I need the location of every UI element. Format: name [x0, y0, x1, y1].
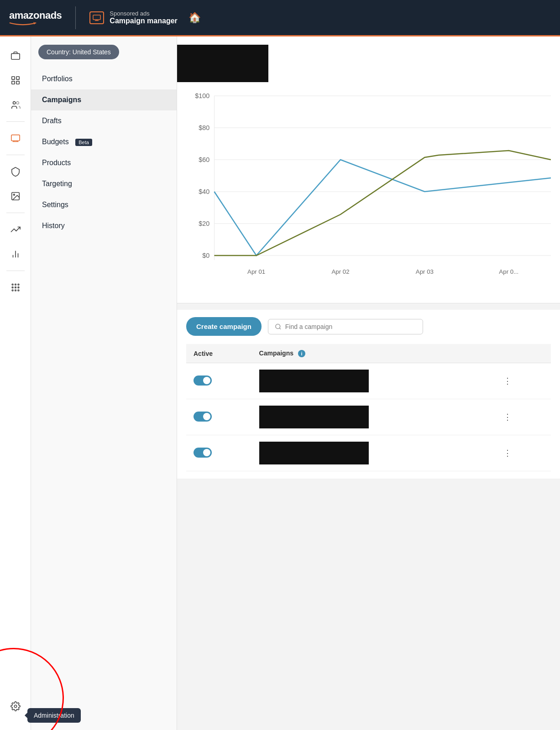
svg-text:Apr 0...: Apr 0... [499, 268, 518, 275]
svg-point-23 [18, 284, 19, 285]
svg-point-10 [13, 102, 16, 104]
sponsored-ads-label: Sponsored ads [110, 10, 177, 17]
chart-header [177, 36, 560, 82]
beta-badge: Beta [75, 139, 92, 146]
logo-smile-icon [9, 21, 37, 26]
svg-text:$40: $40 [199, 188, 209, 195]
icon-sidebar: Administration [0, 36, 31, 730]
main-content: $100 $80 $60 $40 $20 $0 Apr 01 Apr 02 Ap… [177, 36, 560, 730]
svg-point-21 [12, 284, 13, 285]
svg-point-25 [15, 287, 16, 288]
sidebar-item-drafts[interactable]: Drafts [31, 110, 177, 131]
sidebar-item-admin[interactable] [5, 695, 26, 717]
chart-container: $100 $80 $60 $40 $20 $0 Apr 01 Apr 02 Ap… [177, 82, 560, 303]
svg-text:Apr 01: Apr 01 [247, 268, 265, 275]
svg-rect-9 [16, 81, 19, 84]
svg-rect-12 [11, 135, 19, 141]
svg-point-28 [15, 290, 16, 291]
home-icon[interactable]: 🏠 [188, 12, 201, 24]
svg-text:$0: $0 [202, 252, 209, 259]
amazon-ads-logo: amazonads [9, 10, 62, 26]
sidebar-item-apps[interactable] [5, 276, 26, 298]
nav-divider [75, 6, 76, 29]
sidebar-item-dashboard[interactable] [5, 69, 26, 91]
sponsored-ads-nav-icon [89, 11, 104, 24]
chart-area: $100 $80 $60 $40 $20 $0 Apr 01 Apr 02 Ap… [177, 36, 560, 303]
logo-text: amazonads [9, 10, 62, 21]
nav-product-label: Sponsored ads Campaign manager [110, 10, 177, 25]
campaigns-info-icon[interactable]: i [298, 350, 305, 357]
sidebar-item-audience[interactable] [5, 94, 26, 116]
table-row: ⋮ [186, 363, 551, 399]
table-header-active: Active [186, 344, 252, 363]
campaign-more-1[interactable]: ⋮ [500, 375, 515, 387]
search-icon [275, 323, 282, 330]
table-row: ⋮ [186, 399, 551, 435]
sidebar-bottom: Administration [5, 677, 26, 722]
main-layout: Administration Country: United States Po… [0, 36, 560, 730]
sidebar-item-sponsored-ads[interactable] [5, 127, 26, 149]
table-cell-name-3 [252, 435, 492, 471]
campaign-name-1-blacked [259, 370, 369, 392]
sidebar-divider-2 [6, 155, 25, 155]
svg-text:$60: $60 [199, 156, 209, 163]
svg-point-26 [18, 287, 19, 288]
svg-text:Apr 03: Apr 03 [416, 268, 434, 275]
campaign-manager-label: Campaign manager [110, 17, 177, 25]
chart-blacked-header [177, 45, 268, 82]
sidebar-item-targeting[interactable]: Targeting [31, 173, 177, 194]
svg-rect-4 [11, 53, 19, 59]
sidebar-item-trending[interactable] [5, 219, 26, 240]
sidebar-item-campaigns[interactable]: Campaigns [31, 89, 177, 110]
table-cell-toggle-3 [186, 435, 252, 471]
campaigns-table: Active Campaigns i [186, 344, 551, 471]
svg-point-11 [16, 102, 19, 104]
sidebar-item-briefcase[interactable] [5, 45, 26, 67]
table-row: ⋮ [186, 435, 551, 471]
campaign-toggle-3[interactable] [194, 448, 212, 458]
svg-rect-8 [11, 81, 14, 84]
campaign-name-2-blacked [259, 406, 369, 428]
nav-product-area: Sponsored ads Campaign manager 🏠 [89, 10, 200, 25]
svg-point-30 [14, 705, 17, 708]
table-cell-name-2 [252, 399, 492, 435]
sidebar-item-products[interactable]: Products [31, 152, 177, 173]
campaign-toggle-1[interactable] [194, 375, 212, 386]
table-cell-toggle-1 [186, 363, 252, 399]
sub-sidebar: Country: United States Portfolios Campai… [31, 36, 177, 730]
svg-text:$20: $20 [199, 220, 209, 227]
search-campaign-box[interactable] [268, 319, 423, 334]
sidebar-item-analytics[interactable] [5, 243, 26, 265]
svg-point-22 [15, 284, 16, 285]
table-header-campaigns: Campaigns i [252, 344, 492, 363]
sidebar-item-media[interactable] [5, 185, 26, 207]
campaign-toggle-2[interactable] [194, 412, 212, 422]
svg-point-29 [18, 290, 19, 291]
svg-rect-1 [93, 15, 100, 20]
svg-point-27 [12, 290, 13, 291]
sidebar-item-history[interactable]: History [31, 215, 177, 236]
sidebar-item-shield[interactable] [5, 161, 26, 182]
sidebar-divider-1 [6, 121, 25, 122]
table-header-actions [492, 344, 551, 363]
sidebar-item-portfolios[interactable]: Portfolios [31, 68, 177, 89]
performance-chart: $100 $80 $60 $40 $20 $0 Apr 01 Apr 02 Ap… [186, 87, 551, 287]
admin-tooltip: Administration [27, 708, 81, 723]
gear-icon [10, 701, 21, 711]
campaign-area: Create campaign Active Campaigns i [177, 310, 560, 479]
campaign-name-3-blacked [259, 442, 369, 464]
campaign-more-3[interactable]: ⋮ [500, 447, 515, 459]
svg-rect-7 [16, 77, 19, 79]
campaign-toolbar: Create campaign [186, 317, 551, 336]
monitor-icon [93, 15, 101, 21]
sidebar-item-settings[interactable]: Settings [31, 194, 177, 215]
country-selector[interactable]: Country: United States [38, 45, 119, 59]
sidebar-divider-3 [6, 213, 25, 213]
campaign-more-2[interactable]: ⋮ [500, 411, 515, 423]
svg-text:$100: $100 [195, 92, 209, 99]
create-campaign-button[interactable]: Create campaign [186, 317, 262, 336]
svg-rect-6 [11, 77, 14, 79]
search-campaign-input[interactable] [285, 323, 416, 330]
sidebar-item-budgets[interactable]: Budgets Beta [31, 131, 177, 152]
table-cell-name-1 [252, 363, 492, 399]
